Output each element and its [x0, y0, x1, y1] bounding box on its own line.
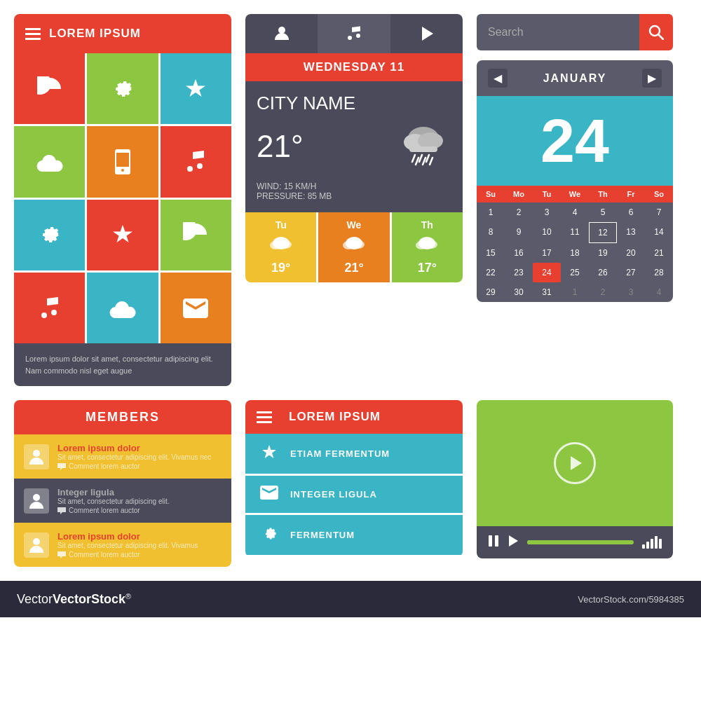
search-button[interactable] — [639, 14, 673, 50]
member-sub-2: Sit amet, consectetur adipiscing elit. — [57, 497, 222, 505]
cal-day-12[interactable]: 12 — [589, 222, 617, 243]
cal-header-mo: Mo — [505, 186, 533, 202]
member-item-3[interactable]: Lorem ipsum dolor Sit amet, consectetur … — [14, 523, 231, 567]
cal-day-23[interactable]: 23 — [505, 263, 533, 282]
tile-star-blue[interactable] — [161, 53, 231, 124]
cal-day-om3[interactable]: 3 — [617, 282, 645, 302]
cal-header-fr: Fr — [617, 186, 645, 202]
cal-day-5[interactable]: 5 — [589, 202, 617, 222]
cal-day-16[interactable]: 16 — [505, 243, 533, 263]
tile-music-red2[interactable] — [14, 273, 85, 343]
tile-pie-green[interactable] — [161, 200, 231, 270]
member-avatar-1 — [24, 444, 49, 469]
tile-gear-blue[interactable] — [14, 200, 85, 270]
app-grid-title: LOREM IPSUM — [49, 27, 141, 41]
cal-day-31[interactable]: 31 — [533, 282, 561, 302]
menu-hamburger-icon — [257, 411, 272, 423]
cal-day-4[interactable]: 4 — [561, 202, 589, 222]
cal-day-8[interactable]: 8 — [477, 222, 505, 243]
cal-day-18[interactable]: 18 — [561, 243, 589, 263]
menu-item-label-1: ETIAM FERMENTUM — [290, 448, 390, 459]
menu-item-3[interactable]: FERMENTUM — [245, 515, 463, 555]
menu-item-1[interactable]: ETIAM FERMENTUM — [245, 434, 463, 474]
cal-day-10[interactable]: 10 — [533, 222, 561, 243]
calendar-prev-button[interactable]: ◀ — [488, 69, 508, 88]
calendar-month-label: JANUARY — [543, 72, 607, 85]
cal-day-29[interactable]: 29 — [477, 282, 505, 302]
cal-day-28[interactable]: 28 — [645, 263, 673, 282]
media-progress-bar[interactable] — [527, 540, 634, 544]
media-play-button[interactable] — [508, 535, 519, 550]
media-play-big-button[interactable] — [554, 442, 596, 484]
cal-day-om2[interactable]: 2 — [589, 282, 617, 302]
svg-line-10 — [426, 155, 429, 162]
cal-day-25[interactable]: 25 — [561, 263, 589, 282]
media-pause-button[interactable] — [488, 535, 499, 550]
cal-day-7[interactable]: 7 — [645, 202, 673, 222]
search-bar — [477, 14, 673, 50]
vol-bar-5 — [659, 539, 662, 549]
svg-rect-30 — [489, 535, 492, 547]
cal-day-om4[interactable]: 4 — [645, 282, 673, 302]
tile-phone-orange[interactable] — [87, 126, 158, 197]
hamburger-icon[interactable] — [25, 28, 41, 40]
calendar-grid: 1 2 3 4 5 6 7 8 9 10 11 12 13 14 15 16 1 — [477, 202, 673, 302]
cal-day-9[interactable]: 9 — [505, 222, 533, 243]
cal-day-1[interactable]: 1 — [477, 202, 505, 222]
member-item-2[interactable]: Integer ligula Sit amet, consectetur adi… — [14, 479, 231, 523]
cal-day-26[interactable]: 26 — [589, 263, 617, 282]
cal-day-30[interactable]: 30 — [505, 282, 533, 302]
cal-day-13[interactable]: 13 — [617, 222, 645, 243]
svg-point-2 — [278, 27, 285, 34]
forecast-day-th: Th 17° — [392, 212, 463, 282]
svg-rect-31 — [495, 535, 498, 547]
weather-details: WIND: 15 KM/H PRESSURE: 85 MB — [257, 181, 451, 201]
member-item-1[interactable]: Lorem ipsum dolor Sit amet, consectetur … — [14, 434, 231, 479]
tile-pie-red[interactable] — [14, 53, 85, 124]
weather-temp-row: 21° — [257, 118, 451, 174]
footer-url: VectorStock.com/5984385 — [578, 594, 684, 605]
cal-day-17[interactable]: 17 — [533, 243, 561, 263]
cal-day-om1[interactable]: 1 — [561, 282, 589, 302]
tile-gear-green[interactable] — [87, 53, 158, 124]
footer: VectorVectorStock® VectorStock.com/59843… — [0, 581, 701, 617]
menu-item-2[interactable]: INTEGER LIGULA — [245, 476, 463, 513]
weather-tab-music[interactable] — [318, 14, 390, 53]
menu-gear-icon — [259, 525, 279, 545]
search-calendar-widget: ◀ JANUARY ▶ 24 Su Mo Tu We Th Fr So — [477, 14, 673, 302]
member-sub-3: Sit amet, consectetur adipiscing elit. V… — [57, 542, 222, 549]
cal-day-2[interactable]: 2 — [505, 202, 533, 222]
tile-mail-orange[interactable] — [161, 273, 231, 343]
cal-header-so: So — [645, 186, 673, 202]
tile-music-red[interactable] — [161, 126, 231, 197]
cal-day-15[interactable]: 15 — [477, 243, 505, 263]
cal-day-22[interactable]: 22 — [477, 263, 505, 282]
members-header: MEMBERS — [14, 400, 231, 434]
cal-day-11[interactable]: 11 — [561, 222, 589, 243]
cal-day-21[interactable]: 21 — [645, 243, 673, 263]
svg-marker-3 — [422, 27, 433, 41]
cal-day-14[interactable]: 14 — [645, 222, 673, 243]
tile-cloud-blue[interactable] — [87, 273, 158, 343]
svg-marker-1 — [113, 225, 132, 242]
tile-cloud-green[interactable] — [14, 126, 85, 197]
cal-day-24[interactable]: 24 — [533, 263, 561, 282]
cal-day-3[interactable]: 3 — [533, 202, 561, 222]
member-avatar-3 — [24, 533, 49, 558]
tile-star-red[interactable] — [87, 200, 158, 270]
search-input[interactable] — [477, 14, 639, 50]
weather-tab-person[interactable] — [245, 14, 318, 53]
member-info-2: Integer ligula Sit amet, consectetur adi… — [57, 487, 222, 514]
weather-day-label: WEDNESDAY 11 — [304, 60, 404, 74]
menu-header: LOREM IPSUM — [245, 400, 463, 434]
weather-main-section: CITY NAME 21° — [245, 81, 463, 212]
cal-day-27[interactable]: 27 — [617, 263, 645, 282]
cal-day-19[interactable]: 19 — [589, 243, 617, 263]
cal-day-6[interactable]: 6 — [617, 202, 645, 222]
media-screen[interactable] — [477, 400, 673, 526]
vol-bar-1 — [642, 544, 645, 549]
weather-tab-play[interactable] — [390, 14, 463, 53]
calendar-next-button[interactable]: ▶ — [642, 69, 662, 88]
cal-day-20[interactable]: 20 — [617, 243, 645, 263]
vol-bar-3 — [651, 539, 653, 549]
